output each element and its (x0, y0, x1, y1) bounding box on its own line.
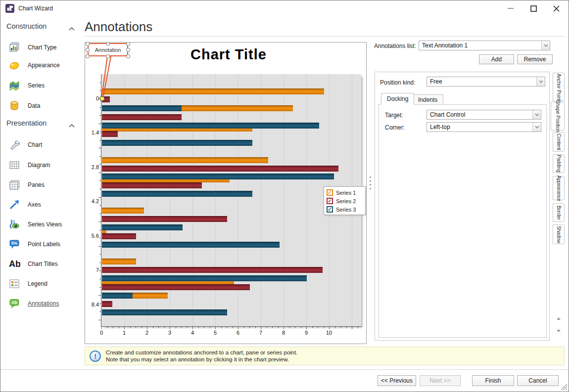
resize-grip[interactable] (560, 383, 568, 391)
bar-series-3 (102, 275, 307, 281)
side-tab-content[interactable]: Content (553, 132, 565, 152)
side-tab-padding[interactable]: Padding (553, 154, 565, 173)
tab-indents[interactable]: Indents (412, 94, 443, 105)
legend-checkbox[interactable]: ✓ (327, 206, 333, 213)
panes-icon (8, 179, 20, 191)
annotations-list-label: Annotations list: (374, 43, 416, 49)
remove-button[interactable]: Remove (517, 54, 553, 64)
side-tab-appearance[interactable]: Appearance (553, 176, 565, 200)
sidebar-item-chart-type[interactable]: Chart Type (0, 39, 83, 56)
x-axis-tick (255, 327, 256, 328)
side-tabs-scroll-up[interactable] (557, 317, 561, 320)
legend-checkbox[interactable]: ✓ (327, 198, 333, 204)
y-axis-tick (98, 270, 101, 271)
sidebar-item-point-labels[interactable]: 5%Point Labels (0, 235, 83, 253)
annotations-list-dropdown[interactable]: Text Annotation 1 (419, 41, 550, 50)
minimize-button[interactable] (504, 3, 517, 14)
sidebar-item-legend[interactable]: Legend (0, 275, 83, 293)
x-axis-tick (329, 327, 330, 329)
side-tab-shadow[interactable]: Shadow (553, 224, 565, 244)
sidebar-item-diagram[interactable]: Diagram (0, 156, 83, 174)
y-axis-tick (98, 320, 101, 320)
position-kind-label: Position kind: (380, 79, 415, 86)
sidebar-item-panes[interactable]: Panes (0, 176, 83, 194)
bar-series-1 (102, 157, 268, 163)
sidebar-item-label: Chart Titles (28, 261, 58, 267)
sidebar-item-annotations[interactable]: AbAnnotations (0, 295, 83, 312)
chevron-down-icon[interactable] (532, 123, 541, 131)
chart-preview-panel: Chart Title 01.42.84.25.678.401234567891… (85, 42, 367, 344)
x-axis-tick (130, 327, 131, 328)
x-axis-tick (295, 327, 295, 328)
sidebar-item-series[interactable]: Series (0, 77, 83, 94)
sidebar-item-data[interactable]: Data (0, 97, 83, 115)
appearance-icon (8, 59, 20, 71)
x-axis-tick (198, 327, 199, 328)
wizard-sidebar: ConstructionChart TypeAppearanceSeriesDa… (0, 16, 83, 345)
bar-series-2 (102, 284, 250, 290)
position-kind-dropdown[interactable]: Free (427, 77, 545, 87)
sidebar-item-chart-titles[interactable]: AbChart Titles (0, 255, 83, 273)
diagram-icon (8, 159, 20, 171)
bar-series-1 (102, 208, 144, 214)
add-button[interactable]: Add (479, 54, 514, 64)
y-axis-label: 4.2 (85, 198, 99, 204)
svg-text:Ab: Ab (11, 300, 17, 305)
legend-item-series-1: ✓Series 1 (327, 188, 363, 197)
bar-series-2 (102, 96, 110, 102)
close-button[interactable] (550, 3, 563, 14)
chart-wizard-dialog: Chart Wizard ConstructionChart TypeAppea… (0, 0, 569, 392)
finish-button[interactable]: Finish (472, 375, 514, 386)
panel-splitter[interactable] (369, 176, 372, 189)
sidebar-item-chart[interactable]: Chart (0, 136, 83, 154)
x-axis-label: 5 (208, 330, 223, 336)
target-label: Target: (385, 112, 403, 119)
chevron-down-icon[interactable] (532, 110, 541, 119)
y-axis-tick (98, 99, 101, 99)
x-axis-tick (301, 327, 301, 328)
x-axis-tick (267, 327, 267, 328)
next-button[interactable]: Next >> (420, 375, 461, 386)
chevron-up-icon[interactable] (69, 121, 75, 130)
annotations-list-value: Text Annotation 1 (419, 42, 541, 49)
chevron-down-icon[interactable] (536, 77, 545, 86)
x-axis-line (101, 326, 362, 327)
sidebar-item-axes[interactable]: Axes (0, 196, 83, 214)
header-separator (85, 36, 565, 37)
chevron-up-icon[interactable] (69, 24, 75, 33)
tab-docking[interactable]: Docking (381, 93, 414, 105)
legend-checkbox[interactable]: ✓ (327, 189, 333, 196)
gridline (261, 74, 261, 326)
corner-dropdown[interactable]: Left-top (427, 122, 541, 132)
chart-pane (101, 74, 361, 326)
previous-button[interactable]: << Previous (378, 375, 416, 386)
bar-series-3 (102, 123, 319, 129)
y-axis-tick (99, 230, 101, 230)
annotation-callout[interactable]: Annotation (88, 43, 128, 56)
y-axis-tick (98, 148, 101, 148)
y-axis-tick (98, 197, 101, 198)
y-axis-tick (98, 246, 101, 247)
sidebar-item-appearance[interactable]: Appearance (0, 56, 83, 74)
minimize-icon (508, 8, 514, 9)
x-axis-label: 0 (94, 330, 109, 336)
chevron-down-icon[interactable] (541, 41, 550, 50)
side-tab-anchor-point[interactable]: Anchor Point (553, 73, 565, 101)
x-axis-tick (306, 327, 307, 329)
side-tab-shape-position[interactable]: Shape Position (551, 102, 565, 131)
y-axis-tick (99, 164, 101, 165)
cancel-button[interactable]: Cancel (517, 375, 559, 386)
sidebar-item-label: Legend (28, 280, 47, 287)
series-icon (8, 80, 20, 91)
side-tab-border[interactable]: Border (553, 203, 565, 222)
chart-titles-icon: Ab (8, 258, 20, 270)
shape-position-groupbox: Position kind: Free Docking Indents Targ… (375, 72, 550, 341)
maximize-button[interactable] (527, 3, 540, 14)
side-tabs-scroll-down[interactable] (557, 330, 561, 332)
corner-label: Corner: (385, 124, 405, 131)
x-axis-tick (233, 327, 233, 328)
sidebar-item-series-views[interactable]: Series Views (0, 216, 83, 233)
x-axis-tick (249, 327, 250, 328)
target-dropdown[interactable]: Chart Control (427, 110, 541, 120)
bar-series-2 (102, 233, 136, 239)
